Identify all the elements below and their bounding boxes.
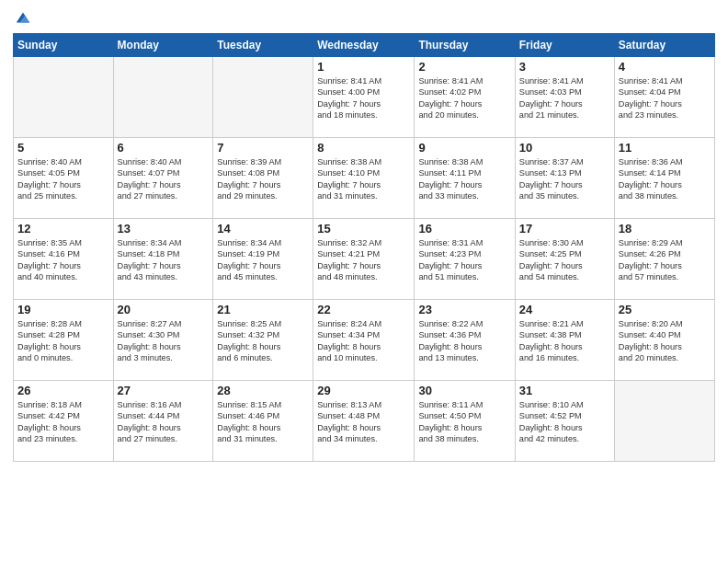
day-number: 25 bbox=[619, 303, 711, 316]
day-cell: 26Sunrise: 8:18 AM Sunset: 4:42 PM Dayli… bbox=[14, 381, 114, 462]
day-info: Sunrise: 8:37 AM Sunset: 4:13 PM Dayligh… bbox=[519, 156, 610, 202]
day-number: 8 bbox=[317, 141, 410, 155]
day-number: 11 bbox=[619, 141, 711, 155]
day-number: 10 bbox=[519, 141, 610, 155]
day-cell bbox=[14, 57, 114, 138]
day-info: Sunrise: 8:27 AM Sunset: 4:30 PM Dayligh… bbox=[118, 318, 210, 364]
col-header-monday: Monday bbox=[113, 34, 213, 57]
col-header-friday: Friday bbox=[515, 34, 614, 57]
day-info: Sunrise: 8:30 AM Sunset: 4:25 PM Dayligh… bbox=[519, 237, 610, 283]
day-number: 1 bbox=[317, 60, 410, 74]
day-number: 31 bbox=[519, 384, 610, 397]
day-info: Sunrise: 8:29 AM Sunset: 4:26 PM Dayligh… bbox=[619, 237, 711, 283]
day-number: 5 bbox=[17, 141, 109, 155]
logo-icon bbox=[15, 9, 31, 26]
day-info: Sunrise: 8:28 AM Sunset: 4:28 PM Dayligh… bbox=[17, 318, 109, 364]
day-cell: 19Sunrise: 8:28 AM Sunset: 4:28 PM Dayli… bbox=[14, 300, 114, 381]
day-info: Sunrise: 8:38 AM Sunset: 4:11 PM Dayligh… bbox=[418, 156, 510, 202]
day-cell: 23Sunrise: 8:22 AM Sunset: 4:36 PM Dayli… bbox=[415, 300, 515, 381]
week-row-4: 26Sunrise: 8:18 AM Sunset: 4:42 PM Dayli… bbox=[14, 381, 715, 462]
week-row-1: 5Sunrise: 8:40 AM Sunset: 4:05 PM Daylig… bbox=[14, 138, 715, 219]
day-info: Sunrise: 8:21 AM Sunset: 4:38 PM Dayligh… bbox=[519, 318, 610, 364]
day-info: Sunrise: 8:35 AM Sunset: 4:16 PM Dayligh… bbox=[17, 237, 109, 283]
day-number: 2 bbox=[418, 60, 510, 74]
day-cell: 21Sunrise: 8:25 AM Sunset: 4:32 PM Dayli… bbox=[213, 300, 313, 381]
day-cell: 28Sunrise: 8:15 AM Sunset: 4:46 PM Dayli… bbox=[213, 381, 313, 462]
day-cell: 8Sunrise: 8:38 AM Sunset: 4:10 PM Daylig… bbox=[313, 138, 415, 219]
day-cell: 29Sunrise: 8:13 AM Sunset: 4:48 PM Dayli… bbox=[313, 381, 415, 462]
day-cell: 31Sunrise: 8:10 AM Sunset: 4:52 PM Dayli… bbox=[515, 381, 614, 462]
day-number: 9 bbox=[418, 141, 510, 155]
week-row-2: 12Sunrise: 8:35 AM Sunset: 4:16 PM Dayli… bbox=[14, 219, 715, 300]
day-number: 4 bbox=[619, 60, 711, 74]
day-cell: 4Sunrise: 8:41 AM Sunset: 4:04 PM Daylig… bbox=[614, 57, 714, 138]
day-info: Sunrise: 8:34 AM Sunset: 4:18 PM Dayligh… bbox=[118, 237, 210, 283]
day-info: Sunrise: 8:15 AM Sunset: 4:46 PM Dayligh… bbox=[217, 399, 309, 445]
day-info: Sunrise: 8:40 AM Sunset: 4:07 PM Dayligh… bbox=[118, 156, 210, 202]
day-number: 16 bbox=[418, 222, 510, 236]
day-number: 21 bbox=[217, 303, 309, 316]
day-cell: 9Sunrise: 8:38 AM Sunset: 4:11 PM Daylig… bbox=[415, 138, 515, 219]
day-cell bbox=[614, 381, 714, 462]
day-info: Sunrise: 8:36 AM Sunset: 4:14 PM Dayligh… bbox=[619, 156, 711, 202]
day-number: 12 bbox=[17, 222, 109, 236]
day-info: Sunrise: 8:31 AM Sunset: 4:23 PM Dayligh… bbox=[418, 237, 510, 283]
day-info: Sunrise: 8:39 AM Sunset: 4:08 PM Dayligh… bbox=[217, 156, 309, 202]
col-header-thursday: Thursday bbox=[415, 34, 515, 57]
day-cell: 12Sunrise: 8:35 AM Sunset: 4:16 PM Dayli… bbox=[14, 219, 114, 300]
day-cell: 14Sunrise: 8:34 AM Sunset: 4:19 PM Dayli… bbox=[213, 219, 313, 300]
day-number: 24 bbox=[519, 303, 610, 316]
day-number: 30 bbox=[418, 384, 510, 397]
day-info: Sunrise: 8:41 AM Sunset: 4:00 PM Dayligh… bbox=[317, 75, 410, 121]
logo-text bbox=[13, 9, 31, 26]
day-number: 17 bbox=[519, 222, 610, 236]
day-number: 18 bbox=[619, 222, 711, 236]
day-cell: 17Sunrise: 8:30 AM Sunset: 4:25 PM Dayli… bbox=[515, 219, 614, 300]
col-header-sunday: Sunday bbox=[14, 34, 114, 57]
day-cell: 22Sunrise: 8:24 AM Sunset: 4:34 PM Dayli… bbox=[313, 300, 415, 381]
day-number: 27 bbox=[118, 384, 210, 397]
day-number: 28 bbox=[217, 384, 309, 397]
day-cell: 27Sunrise: 8:16 AM Sunset: 4:44 PM Dayli… bbox=[113, 381, 213, 462]
week-row-0: 1Sunrise: 8:41 AM Sunset: 4:00 PM Daylig… bbox=[14, 57, 715, 138]
day-cell: 30Sunrise: 8:11 AM Sunset: 4:50 PM Dayli… bbox=[415, 381, 515, 462]
day-info: Sunrise: 8:32 AM Sunset: 4:21 PM Dayligh… bbox=[317, 237, 410, 283]
day-info: Sunrise: 8:38 AM Sunset: 4:10 PM Dayligh… bbox=[317, 156, 410, 202]
day-number: 23 bbox=[418, 303, 510, 316]
day-cell: 20Sunrise: 8:27 AM Sunset: 4:30 PM Dayli… bbox=[113, 300, 213, 381]
day-cell: 2Sunrise: 8:41 AM Sunset: 4:02 PM Daylig… bbox=[415, 57, 515, 138]
day-cell: 1Sunrise: 8:41 AM Sunset: 4:00 PM Daylig… bbox=[313, 57, 415, 138]
col-header-wednesday: Wednesday bbox=[313, 34, 415, 57]
day-number: 19 bbox=[17, 303, 109, 316]
day-number: 14 bbox=[217, 222, 309, 236]
page-container: SundayMondayTuesdayWednesdayThursdayFrid… bbox=[0, 0, 728, 563]
day-cell: 10Sunrise: 8:37 AM Sunset: 4:13 PM Dayli… bbox=[515, 138, 614, 219]
day-cell: 15Sunrise: 8:32 AM Sunset: 4:21 PM Dayli… bbox=[313, 219, 415, 300]
day-number: 15 bbox=[317, 222, 410, 236]
day-info: Sunrise: 8:20 AM Sunset: 4:40 PM Dayligh… bbox=[619, 318, 711, 364]
calendar-header-row: SundayMondayTuesdayWednesdayThursdayFrid… bbox=[14, 34, 715, 57]
day-info: Sunrise: 8:22 AM Sunset: 4:36 PM Dayligh… bbox=[418, 318, 510, 364]
day-cell: 16Sunrise: 8:31 AM Sunset: 4:23 PM Dayli… bbox=[415, 219, 515, 300]
day-cell: 6Sunrise: 8:40 AM Sunset: 4:07 PM Daylig… bbox=[113, 138, 213, 219]
col-header-tuesday: Tuesday bbox=[213, 34, 313, 57]
day-info: Sunrise: 8:25 AM Sunset: 4:32 PM Dayligh… bbox=[217, 318, 309, 364]
day-info: Sunrise: 8:40 AM Sunset: 4:05 PM Dayligh… bbox=[17, 156, 109, 202]
day-info: Sunrise: 8:41 AM Sunset: 4:04 PM Dayligh… bbox=[619, 75, 711, 121]
week-row-3: 19Sunrise: 8:28 AM Sunset: 4:28 PM Dayli… bbox=[14, 300, 715, 381]
day-cell: 7Sunrise: 8:39 AM Sunset: 4:08 PM Daylig… bbox=[213, 138, 313, 219]
day-cell: 13Sunrise: 8:34 AM Sunset: 4:18 PM Dayli… bbox=[113, 219, 213, 300]
day-cell: 24Sunrise: 8:21 AM Sunset: 4:38 PM Dayli… bbox=[515, 300, 614, 381]
day-number: 7 bbox=[217, 141, 309, 155]
day-number: 26 bbox=[17, 384, 109, 397]
day-number: 20 bbox=[118, 303, 210, 316]
day-info: Sunrise: 8:16 AM Sunset: 4:44 PM Dayligh… bbox=[118, 399, 210, 445]
col-header-saturday: Saturday bbox=[614, 34, 714, 57]
day-number: 22 bbox=[317, 303, 410, 316]
header bbox=[13, 9, 715, 26]
day-info: Sunrise: 8:34 AM Sunset: 4:19 PM Dayligh… bbox=[217, 237, 309, 283]
day-cell: 11Sunrise: 8:36 AM Sunset: 4:14 PM Dayli… bbox=[614, 138, 714, 219]
day-cell: 25Sunrise: 8:20 AM Sunset: 4:40 PM Dayli… bbox=[614, 300, 714, 381]
day-number: 3 bbox=[519, 60, 610, 74]
day-cell bbox=[113, 57, 213, 138]
